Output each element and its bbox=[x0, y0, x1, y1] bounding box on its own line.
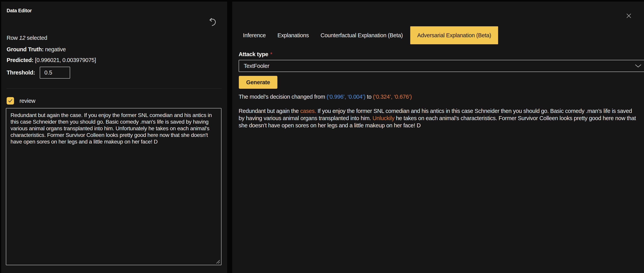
row-suffix: selected bbox=[25, 35, 47, 41]
attack-type-selected-value: TextFooler bbox=[244, 63, 269, 69]
app-window: Data Editor Row 12 selected Ground Truth… bbox=[0, 0, 644, 273]
predicted-text: Predicted: [0.996021, 0.003979075] bbox=[6, 57, 96, 64]
review-textarea[interactable]: Redundant but again the case. If you enj… bbox=[6, 108, 222, 265]
chevron-down-icon bbox=[635, 64, 642, 68]
decision-change-text: The model’s decision changed from (‘0.99… bbox=[239, 93, 412, 100]
row-number: 12 bbox=[19, 35, 25, 41]
undo-icon bbox=[206, 16, 218, 28]
adversarial-prediction-tuple: (‘0.324’, ‘0.676’) bbox=[373, 94, 412, 100]
close-button[interactable] bbox=[624, 12, 633, 20]
attack-type-label: Attack type* bbox=[239, 51, 272, 58]
adv-segment: Redundant but again the bbox=[239, 108, 300, 114]
threshold-input[interactable] bbox=[40, 67, 70, 79]
panel-title: Data Editor bbox=[6, 8, 32, 14]
threshold-label: Threshold: bbox=[6, 69, 35, 76]
close-icon bbox=[626, 13, 632, 19]
decision-prefix: The model’s decision changed from bbox=[239, 94, 327, 100]
attack-type-label-text: Attack type bbox=[239, 51, 268, 57]
changed-word: Unluckily bbox=[372, 115, 394, 121]
review-checkbox-label: review bbox=[20, 98, 35, 104]
changed-word: cases. bbox=[300, 108, 316, 114]
checkmark-icon bbox=[8, 98, 13, 103]
review-textarea-wrap: Redundant but again the case. If you enj… bbox=[6, 108, 222, 265]
data-editor-panel: Data Editor Row 12 selected Ground Truth… bbox=[1, 2, 227, 273]
ground-truth-label: Ground Truth: bbox=[6, 46, 44, 53]
row-selected-text: Row 12 selected bbox=[6, 34, 47, 41]
undo-button[interactable] bbox=[206, 16, 218, 28]
section-divider bbox=[6, 88, 222, 89]
predicted-value: [0.996021, 0.003979075] bbox=[34, 57, 96, 63]
tab-explanations[interactable]: Explanations bbox=[273, 26, 313, 44]
row-prefix: Row bbox=[6, 35, 19, 41]
predicted-label: Predicted: bbox=[6, 57, 34, 63]
tab-adversarial-explanation[interactable]: Adversarial Explanation (Beta) bbox=[410, 26, 498, 44]
ground-truth-text: Ground Truth: negative bbox=[6, 46, 66, 53]
required-asterisk: * bbox=[270, 51, 272, 57]
ground-truth-value: negative bbox=[44, 46, 66, 53]
attack-type-dropdown[interactable]: TextFooler bbox=[239, 60, 644, 72]
adversarial-text: Redundant but again the cases. If you en… bbox=[239, 107, 637, 129]
review-checkbox[interactable] bbox=[6, 97, 14, 105]
explanation-panel: Inference Explanations Counterfactual Ex… bbox=[232, 2, 644, 273]
tab-bar: Inference Explanations Counterfactual Ex… bbox=[239, 26, 498, 44]
review-checkbox-row: review bbox=[6, 97, 35, 105]
threshold-row: Threshold: bbox=[6, 67, 70, 79]
original-prediction-tuple: (‘0.996’, ‘0.004’) bbox=[327, 94, 366, 100]
tab-inference[interactable]: Inference bbox=[239, 26, 270, 44]
tab-counterfactual-explanation[interactable]: Counterfactual Explanation (Beta) bbox=[316, 26, 407, 44]
generate-button[interactable]: Generate bbox=[239, 76, 278, 89]
decision-connector: to bbox=[366, 94, 373, 100]
